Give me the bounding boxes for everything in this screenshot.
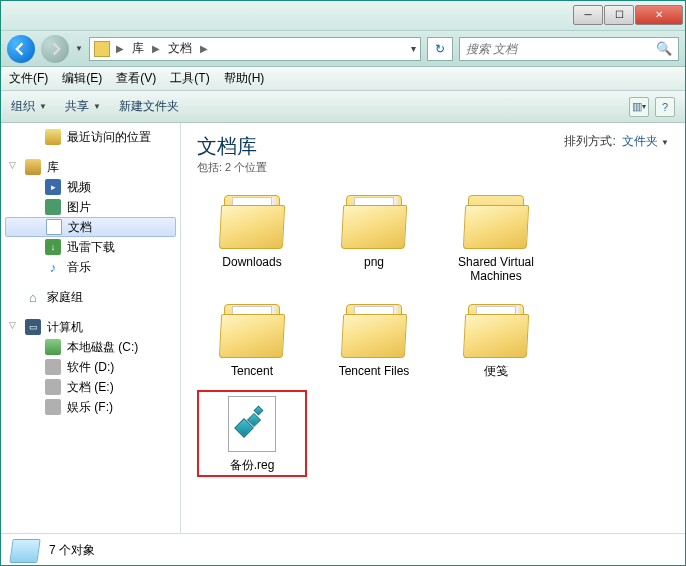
drive-icon: [45, 399, 61, 415]
menu-tools[interactable]: 工具(T): [170, 70, 209, 87]
sort-value: 文件夹: [622, 134, 658, 148]
sidebar-item-drive-c[interactable]: 本地磁盘 (C:): [1, 337, 180, 357]
menu-file[interactable]: 文件(F): [9, 70, 48, 87]
sidebar-item-recent[interactable]: 最近访问的位置: [1, 127, 180, 147]
breadcrumb[interactable]: 库: [130, 40, 146, 57]
status-icon: [9, 539, 40, 563]
sidebar-item-drive-d[interactable]: 软件 (D:): [1, 357, 180, 377]
sidebar-item-xunlei[interactable]: ↓ 迅雷下载: [1, 237, 180, 257]
sidebar-item-drive-f[interactable]: 娱乐 (F:): [1, 397, 180, 417]
chevron-down-icon: ▼: [93, 102, 101, 111]
view-options-button[interactable]: ▥▾: [629, 97, 649, 117]
status-text: 7 个对象: [49, 542, 95, 559]
chevron-right-icon[interactable]: ▶: [200, 43, 208, 54]
collapse-icon[interactable]: ▽: [9, 160, 16, 170]
items-grid: DownloadspngShared Virtual MachinesTence…: [197, 187, 669, 477]
status-bar: 7 个对象: [1, 533, 685, 566]
minimize-button[interactable]: ─: [573, 5, 603, 25]
sidebar-item-music[interactable]: ♪ 音乐: [1, 257, 180, 277]
history-dropdown-icon[interactable]: ▼: [75, 44, 83, 53]
body: 最近访问的位置 ▽ 库 ▸ 视频 图片 文档: [1, 123, 685, 533]
sidebar-item-computer[interactable]: ▭ 计算机: [1, 317, 180, 337]
sort-label: 排列方式:: [564, 133, 615, 150]
address-bar[interactable]: ▶ 库 ▶ 文档 ▶ ▾: [89, 37, 421, 61]
nav-bar: ▼ ▶ 库 ▶ 文档 ▶ ▾ ↻ 🔍: [1, 31, 685, 67]
sidebar-item-homegroup[interactable]: ⌂ 家庭组: [1, 287, 180, 307]
sidebar-item-label: 计算机: [47, 319, 83, 336]
sidebar-item-label: 软件 (D:): [67, 359, 114, 376]
file-item[interactable]: 备份.reg: [197, 390, 307, 476]
sidebar-item-label: 文档: [68, 219, 92, 236]
help-icon-button[interactable]: ?: [655, 97, 675, 117]
menu-help[interactable]: 帮助(H): [224, 70, 265, 87]
sidebar-item-label: 娱乐 (F:): [67, 399, 113, 416]
new-folder-label: 新建文件夹: [119, 98, 179, 115]
folder-item[interactable]: 便笺: [441, 296, 551, 382]
library-subtitle[interactable]: 包括: 2 个位置: [197, 160, 267, 175]
forward-button[interactable]: [41, 35, 69, 63]
reg-file-icon: [216, 394, 288, 454]
search-icon: 🔍: [656, 41, 672, 56]
folder-icon: [338, 191, 410, 251]
menu-bar: 文件(F) 编辑(E) 查看(V) 工具(T) 帮助(H): [1, 67, 685, 91]
arrange-by: 排列方式: 文件夹 ▼: [564, 133, 669, 150]
sidebar-item-documents[interactable]: 文档: [5, 217, 176, 237]
folder-item[interactable]: Shared Virtual Machines: [441, 187, 551, 288]
folder-icon: [94, 41, 110, 57]
folder-icon: [216, 191, 288, 251]
documents-icon: [46, 219, 62, 235]
close-button[interactable]: ✕: [635, 5, 683, 25]
sidebar-item-label: 文档 (E:): [67, 379, 114, 396]
share-button[interactable]: 共享 ▼: [65, 98, 101, 115]
sidebar-item-label: 图片: [67, 199, 91, 216]
folder-item[interactable]: png: [319, 187, 429, 288]
sidebar-item-videos[interactable]: ▸ 视频: [1, 177, 180, 197]
search-input[interactable]: [466, 42, 656, 56]
sidebar-item-libraries[interactable]: 库: [1, 157, 180, 177]
share-label: 共享: [65, 98, 89, 115]
collapse-icon[interactable]: ▽: [9, 320, 16, 330]
folder-item[interactable]: Downloads: [197, 187, 307, 288]
search-box[interactable]: 🔍: [459, 37, 679, 61]
folder-icon: [216, 300, 288, 360]
homegroup-icon: ⌂: [25, 289, 41, 305]
sidebar-item-pictures[interactable]: 图片: [1, 197, 180, 217]
computer-icon: ▭: [25, 319, 41, 335]
folder-item[interactable]: Tencent: [197, 296, 307, 382]
folder-item[interactable]: Tencent Files: [319, 296, 429, 382]
sidebar-item-label: 库: [47, 159, 59, 176]
video-icon: ▸: [45, 179, 61, 195]
organize-button[interactable]: 组织 ▼: [11, 98, 47, 115]
recent-icon: [45, 129, 61, 145]
explorer-window: ─ ☐ ✕ ▼ ▶ 库 ▶ 文档 ▶ ▾ ↻ 🔍 文件(F) 编辑(E) 查: [0, 0, 686, 566]
toolbar: 组织 ▼ 共享 ▼ 新建文件夹 ▥▾ ?: [1, 91, 685, 123]
pictures-icon: [45, 199, 61, 215]
drive-icon: [45, 379, 61, 395]
organize-label: 组织: [11, 98, 35, 115]
navigation-pane: 最近访问的位置 ▽ 库 ▸ 视频 图片 文档: [1, 123, 181, 533]
drive-icon: [45, 339, 61, 355]
breadcrumb[interactable]: 文档: [166, 40, 194, 57]
folder-icon: [338, 300, 410, 360]
menu-edit[interactable]: 编辑(E): [62, 70, 102, 87]
address-dropdown-icon[interactable]: ▾: [411, 43, 416, 54]
new-folder-button[interactable]: 新建文件夹: [119, 98, 179, 115]
titlebar: ─ ☐ ✕: [1, 1, 685, 31]
sidebar-item-label: 本地磁盘 (C:): [67, 339, 138, 356]
item-label: 便笺: [484, 364, 508, 378]
back-button[interactable]: [7, 35, 35, 63]
music-icon: ♪: [45, 259, 61, 275]
maximize-button[interactable]: ☐: [604, 5, 634, 25]
menu-view[interactable]: 查看(V): [116, 70, 156, 87]
item-label: Tencent Files: [339, 364, 410, 378]
sidebar-item-drive-e[interactable]: 文档 (E:): [1, 377, 180, 397]
sort-dropdown[interactable]: 文件夹 ▼: [622, 133, 669, 150]
chevron-down-icon: ▼: [661, 138, 669, 147]
sidebar-item-label: 最近访问的位置: [67, 129, 151, 146]
item-label: Shared Virtual Machines: [446, 255, 546, 284]
library-icon: [25, 159, 41, 175]
chevron-right-icon[interactable]: ▶: [152, 43, 160, 54]
chevron-right-icon[interactable]: ▶: [116, 43, 124, 54]
refresh-button[interactable]: ↻: [427, 37, 453, 61]
folder-icon: [460, 191, 532, 251]
